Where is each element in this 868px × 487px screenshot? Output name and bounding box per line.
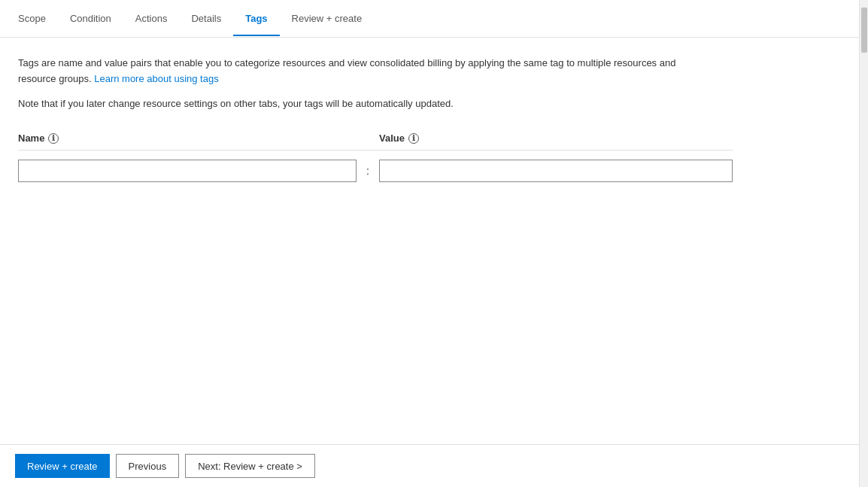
review-create-button[interactable]: Review + create (15, 454, 110, 478)
right-scrollbar[interactable] (859, 0, 868, 487)
note-text: Note that if you later change resource s… (18, 96, 850, 112)
learn-more-link[interactable]: Learn more about using tags (94, 73, 219, 84)
tags-section: Name ℹ Value ℹ : (18, 132, 733, 185)
name-input-wrapper (18, 160, 357, 182)
page-wrapper: Scope Condition Actions Details Tags Rev… (0, 0, 868, 487)
tags-header: Name ℹ Value ℹ (18, 132, 733, 151)
previous-button[interactable]: Previous (116, 454, 180, 478)
name-info-icon[interactable]: ℹ (48, 133, 59, 144)
description-text: Tags are name and value pairs that enabl… (18, 56, 695, 87)
tab-condition[interactable]: Condition (58, 2, 123, 36)
tab-scope[interactable]: Scope (15, 2, 58, 36)
row-separator: : (357, 165, 379, 177)
tab-tags[interactable]: Tags (233, 2, 279, 36)
tab-review-create[interactable]: Review + create (280, 2, 375, 36)
tab-actions[interactable]: Actions (123, 2, 180, 36)
value-column-header: Value ℹ (379, 132, 733, 144)
main-content: Tags are name and value pairs that enabl… (0, 38, 868, 444)
scrollbar-thumb (861, 8, 867, 53)
name-column-header: Name ℹ (18, 132, 357, 144)
footer: Review + create Previous Next: Review + … (0, 444, 868, 487)
tab-details[interactable]: Details (179, 2, 233, 36)
value-info-icon[interactable]: ℹ (408, 133, 419, 144)
tag-name-input[interactable] (18, 160, 357, 182)
next-button[interactable]: Next: Review + create > (185, 454, 315, 478)
tab-navigation: Scope Condition Actions Details Tags Rev… (0, 0, 868, 38)
tag-value-input[interactable] (379, 160, 733, 182)
tags-input-row: : (18, 157, 733, 185)
value-input-wrapper (379, 160, 733, 182)
